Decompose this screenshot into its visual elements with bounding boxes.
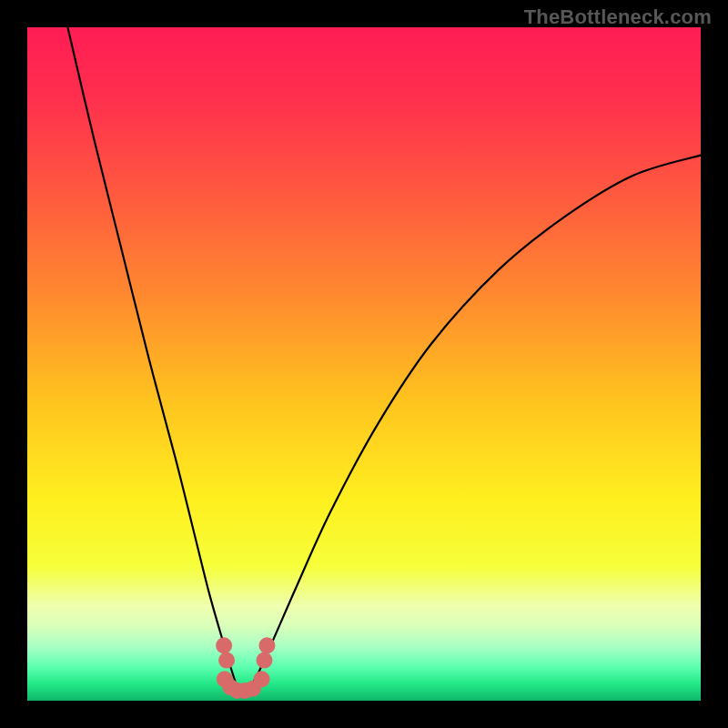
watermark-label: TheBottleneck.com: [524, 5, 712, 29]
valley-dot: [256, 652, 272, 669]
chart-plot-area: [27, 27, 701, 701]
gradient-background: [27, 27, 701, 701]
valley-dot: [258, 637, 275, 653]
valley-dot: [216, 637, 232, 653]
chart-frame: TheBottleneck.com: [0, 0, 728, 728]
valley-dot: [254, 671, 270, 687]
chart-svg: [27, 27, 701, 701]
valley-dot: [218, 652, 235, 669]
